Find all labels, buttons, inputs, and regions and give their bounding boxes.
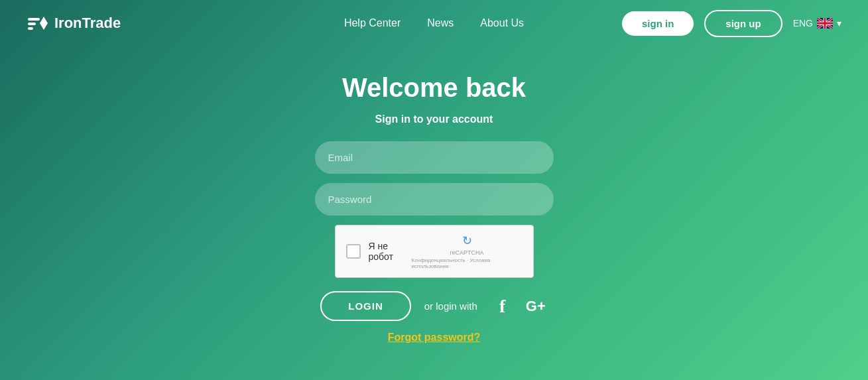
svg-rect-0 xyxy=(28,18,40,21)
recaptcha-left: Я не робот xyxy=(346,241,412,262)
signin-subtitle: Sign in to your account xyxy=(375,113,493,125)
recaptcha-widget: Я не робот ↻ reCAPTCHA Конфиденциальност… xyxy=(335,225,534,278)
google-plus-icon: G+ xyxy=(526,298,546,315)
svg-marker-3 xyxy=(40,17,48,30)
recaptcha-refresh-icon: ↻ xyxy=(462,233,472,248)
recaptcha-brand-label: reCAPTCHA xyxy=(450,249,484,256)
recaptcha-privacy: Конфиденциальность xyxy=(412,257,465,263)
facebook-icon: f xyxy=(499,296,505,317)
chevron-down-icon: ▾ xyxy=(837,18,841,29)
header-right: sign in sign up ENG ▾ xyxy=(622,10,841,37)
or-login-text: or login with xyxy=(424,300,477,312)
lang-label: ENG xyxy=(793,18,813,29)
login-form: Я не робот ↻ reCAPTCHA Конфиденциальност… xyxy=(302,141,567,344)
login-row: LOGIN or login with f G+ xyxy=(320,291,548,321)
logo-icon xyxy=(27,13,48,34)
login-button[interactable]: LOGIN xyxy=(320,291,411,321)
forgot-password-link[interactable]: Forgot password? xyxy=(388,332,481,344)
recaptcha-text: Я не робот xyxy=(369,241,412,262)
password-field[interactable] xyxy=(315,183,554,216)
logo-text: IronTrade xyxy=(54,15,121,32)
facebook-login-button[interactable]: f xyxy=(491,294,515,318)
signup-button[interactable]: sign up xyxy=(704,10,782,37)
email-field[interactable] xyxy=(315,141,554,174)
google-login-button[interactable]: G+ xyxy=(524,294,548,318)
nav-about-us[interactable]: About Us xyxy=(480,17,524,29)
recaptcha-links: Конфиденциальность · Условия использован… xyxy=(412,257,523,269)
recaptcha-checkbox[interactable] xyxy=(346,244,361,259)
main-nav: Help Center News About Us xyxy=(344,17,524,29)
flag-icon xyxy=(817,18,833,29)
nav-news[interactable]: News xyxy=(427,17,454,29)
signin-button[interactable]: sign in xyxy=(622,11,694,36)
logo[interactable]: IronTrade xyxy=(27,13,121,34)
social-icons: f G+ xyxy=(491,294,548,318)
svg-rect-2 xyxy=(28,27,33,30)
svg-rect-1 xyxy=(28,23,36,25)
language-selector[interactable]: ENG ▾ xyxy=(793,18,841,29)
recaptcha-right: ↻ reCAPTCHA Конфиденциальность · Условия… xyxy=(412,233,523,269)
nav-help-center[interactable]: Help Center xyxy=(344,17,401,29)
welcome-title: Welcome back xyxy=(342,73,526,103)
